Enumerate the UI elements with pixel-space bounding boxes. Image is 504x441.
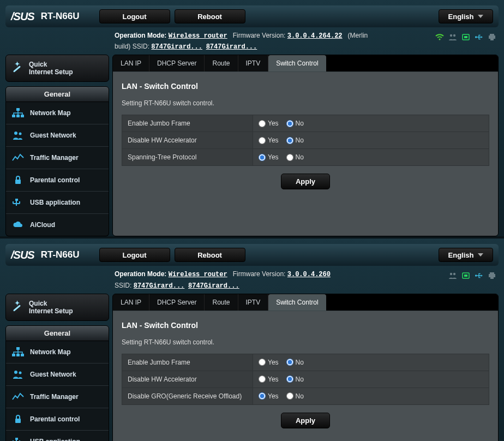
radio-no[interactable]: No <box>286 376 304 383</box>
setting-label: Enable Jumbo Frame <box>122 354 253 371</box>
radio-yes[interactable]: Yes <box>259 136 279 144</box>
settings-table: Enable Jumbo Frame Yes No Disable HW Acc… <box>122 354 489 405</box>
menu-icon <box>11 152 25 163</box>
sidebar-item-label: Guest Network <box>30 132 76 139</box>
tab-route[interactable]: Route <box>205 55 238 71</box>
quick-internet-setup[interactable]: Quick Internet Setup <box>5 294 109 321</box>
sidebar-item-3[interactable]: Parental control <box>6 169 109 192</box>
svg-rect-11 <box>16 115 20 117</box>
setting-label: Disable GRO(Generic Receive Offload) <box>122 388 253 404</box>
sidebar-item-label: Parental control <box>30 176 80 184</box>
tab-route[interactable]: Route <box>205 294 238 311</box>
radio-no[interactable]: No <box>286 120 304 127</box>
svg-point-17 <box>453 273 455 275</box>
reboot-button[interactable]: Reboot <box>175 9 245 23</box>
radio-no[interactable]: No <box>286 136 304 144</box>
svg-rect-15 <box>15 180 21 184</box>
radio-yes[interactable]: Yes <box>259 120 279 127</box>
menu-icon <box>11 197 25 208</box>
sidebar-item-label: Parental control <box>30 415 80 423</box>
tab-switch control[interactable]: Switch Control <box>268 55 326 71</box>
reboot-button[interactable]: Reboot <box>175 248 245 262</box>
tab-lan ip[interactable]: LAN IP <box>113 55 149 71</box>
radio-no[interactable]: No <box>286 392 304 400</box>
menu-icon <box>11 108 25 118</box>
tab-iptv[interactable]: IPTV <box>238 55 269 71</box>
usb-icon <box>475 271 483 280</box>
tab-lan ip[interactable]: LAN IP <box>113 294 149 311</box>
sidebar-item-label: USB application <box>30 438 80 441</box>
wand-icon <box>11 62 25 75</box>
svg-rect-23 <box>490 277 494 279</box>
op-mode-link[interactable]: Wireless router <box>169 32 227 40</box>
ssid-link-1[interactable]: 8747Girard... <box>134 282 185 290</box>
op-mode-label: Operation Mode: <box>115 32 166 39</box>
menu-icon <box>11 436 25 441</box>
status-line: Operation Mode: Wireless router Firmware… <box>115 269 448 291</box>
settings-table: Enable Jumbo Frame Yes No Disable HW Acc… <box>122 115 489 166</box>
sidebar-item-1[interactable]: Guest Network <box>6 363 109 386</box>
sidebar-item-3[interactable]: Parental control <box>6 408 109 431</box>
logout-button[interactable]: Logout <box>99 248 170 262</box>
ssid-link-2[interactable]: 8747Girard... <box>188 282 239 290</box>
svg-rect-19 <box>464 275 467 277</box>
op-mode-link[interactable]: Wireless router <box>169 271 227 278</box>
menu-icon <box>11 175 25 186</box>
qis-label: Quick Internet Setup <box>29 61 73 76</box>
setting-row: Spanning-Tree Protocol Yes No <box>122 149 489 166</box>
printer-icon <box>488 271 496 280</box>
tab-switch control[interactable]: Switch Control <box>268 294 326 311</box>
svg-point-20 <box>475 275 477 277</box>
svg-rect-6 <box>490 34 494 35</box>
sidebar-item-0[interactable]: Network Map <box>6 102 109 124</box>
setting-row: Enable Jumbo Frame Yes No <box>122 354 489 371</box>
tab-bar: LAN IPDHCP ServerRouteIPTVSwitch Control <box>113 55 498 72</box>
tab-dhcp server[interactable]: DHCP Server <box>149 55 205 71</box>
status-icons <box>448 269 496 280</box>
printer-icon <box>488 33 496 41</box>
page-title: LAN - Switch Control <box>122 82 489 91</box>
language-select[interactable]: English <box>439 248 493 262</box>
sidebar-item-2[interactable]: Traffic Manager <box>6 386 109 408</box>
svg-rect-26 <box>16 354 20 356</box>
sidebar-item-4[interactable]: USB application <box>6 192 109 214</box>
model-name: RT-N66U <box>41 11 80 22</box>
sidebar-item-label: Traffic Manager <box>30 393 79 401</box>
svg-point-14 <box>19 133 22 135</box>
sidebar-item-4[interactable]: USB application <box>6 431 109 441</box>
fw-link[interactable]: 3.0.0.4.264.22 <box>287 32 343 40</box>
users-icon <box>448 271 457 280</box>
ssid-link-1[interactable]: 8747Girard... <box>151 43 202 51</box>
radio-yes[interactable]: Yes <box>259 392 279 400</box>
radio-yes[interactable]: Yes <box>259 376 279 383</box>
apply-button[interactable]: Apply <box>281 174 330 189</box>
radio-no[interactable]: No <box>286 359 304 366</box>
sidebar-item-label: Traffic Manager <box>30 154 79 162</box>
page-desc: Setting RT-N66U switch control. <box>122 99 489 107</box>
op-mode-label: Operation Mode: <box>115 270 166 278</box>
sidebar-section-general: General <box>5 86 109 102</box>
radio-yes[interactable]: Yes <box>259 359 279 366</box>
logout-button[interactable]: Logout <box>99 9 170 23</box>
sidebar-item-2[interactable]: Traffic Manager <box>6 147 109 169</box>
radio-no[interactable]: No <box>286 153 304 161</box>
page-title: LAN - Switch Control <box>122 321 489 330</box>
sidebar-item-0[interactable]: Network Map <box>6 341 109 363</box>
ssid-link-2[interactable]: 8747Girard... <box>206 43 257 51</box>
fw-link[interactable]: 3.0.0.4.260 <box>287 271 331 278</box>
tab-iptv[interactable]: IPTV <box>238 294 269 311</box>
status-line: Operation Mode: Wireless router Firmware… <box>115 31 435 52</box>
sidebar-item-1[interactable]: Guest Network <box>6 124 109 147</box>
apply-button[interactable]: Apply <box>281 413 330 428</box>
setting-row: Enable Jumbo Frame Yes No <box>122 115 489 132</box>
svg-rect-24 <box>16 347 20 350</box>
wand-icon <box>11 301 25 314</box>
svg-rect-21 <box>490 272 494 274</box>
tab-dhcp server[interactable]: DHCP Server <box>149 294 205 311</box>
radio-yes[interactable]: Yes <box>259 153 279 161</box>
users-icon <box>448 33 457 41</box>
sidebar-item-5[interactable]: AiCloud <box>6 214 109 236</box>
language-select[interactable]: English <box>439 9 493 23</box>
wifi-icon <box>435 33 444 41</box>
quick-internet-setup[interactable]: Quick Internet Setup <box>5 55 109 82</box>
